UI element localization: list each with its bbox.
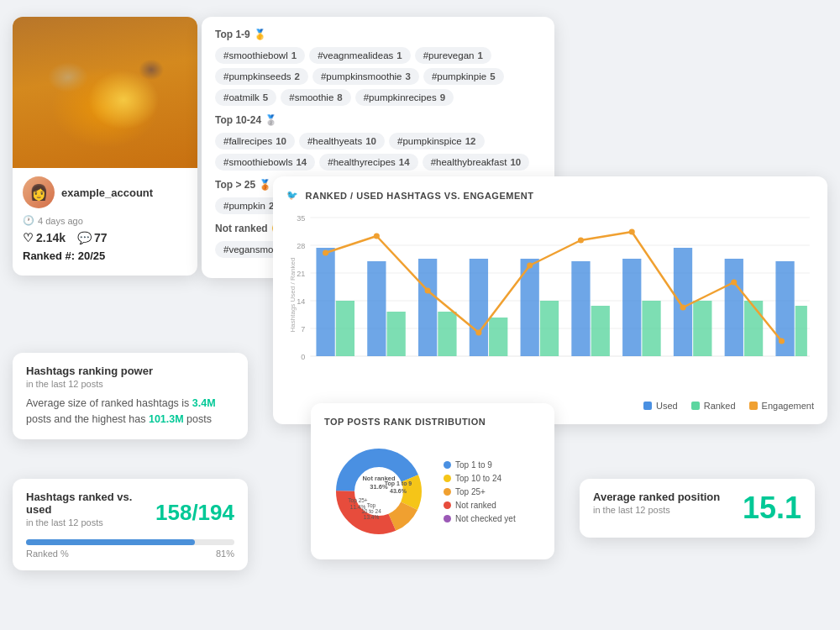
svg-point-37	[578, 238, 584, 244]
hashtag-tag: #healthybreakfast10	[423, 154, 530, 171]
progress-bar-fill	[26, 539, 195, 545]
svg-rect-29	[693, 301, 711, 356]
svg-text:35: 35	[297, 214, 305, 223]
svg-text:Hashtags Used / Ranked: Hashtags Used / Ranked	[289, 258, 297, 333]
svg-rect-13	[367, 261, 386, 356]
svg-text:Top 25+: Top 25+	[348, 497, 368, 504]
svg-rect-30	[744, 301, 763, 356]
ranked-subtitle: in the last 12 posts	[26, 517, 155, 528]
section2-label: Top 10-24 🥈	[215, 114, 541, 126]
hashtag-tag: #veagnmealideas1	[309, 47, 411, 64]
hashtag-tag: #pumpkinspice12	[389, 133, 485, 150]
svg-rect-22	[336, 301, 354, 356]
legend-engagement: Engagement	[749, 401, 814, 411]
donut-legend: Top 1 to 9 Top 10 to 24 Top 25+ Not rank…	[444, 460, 516, 523]
donut-title: TOP POSTS RANK DISTRIBUTION	[324, 417, 541, 427]
tags-row-1: #smoothiebowl1#veagnmealideas1#purevegan…	[215, 47, 541, 106]
donut-legend-item: Top 1 to 9	[444, 460, 516, 470]
svg-rect-21	[775, 261, 794, 356]
svg-text:28: 28	[297, 242, 305, 250]
hashtag-tag: #pumpkinrecipes9	[355, 89, 454, 106]
avg-title: Average ranked position	[593, 491, 720, 503]
hashtag-tag: #fallrecipes10	[215, 133, 295, 150]
donut-legend-item: Not checked yet	[444, 514, 516, 523]
ranked-value: 158/194	[155, 500, 234, 526]
svg-rect-19	[674, 248, 692, 356]
heart-icon: ♡	[23, 231, 34, 244]
hashtag-tag: #smoothiebowls14	[215, 154, 315, 171]
avg-card: Average ranked position in the last 12 p…	[580, 479, 815, 538]
ranked-card: Hashtags ranked vs. used in the last 12 …	[13, 479, 248, 570]
comment-icon: 💬	[77, 231, 92, 244]
svg-point-40	[731, 280, 737, 286]
chart-area: 35 28 21 14 7 0	[286, 211, 814, 396]
svg-point-41	[779, 339, 785, 344]
svg-rect-15	[470, 259, 488, 356]
post-time: 🕐 4 days ago	[23, 215, 187, 226]
svg-rect-24	[438, 312, 456, 356]
account-name: example_account	[61, 186, 153, 199]
svg-rect-20	[725, 259, 743, 356]
progress-bar-bg	[26, 539, 234, 545]
clock-icon: 🕐	[23, 215, 34, 226]
svg-rect-17	[571, 261, 590, 356]
donut-area: Not ranked 31.6% Top 25+ 11.4% Top 10 to…	[324, 437, 541, 546]
svg-text:7: 7	[301, 325, 305, 333]
svg-point-32	[323, 250, 328, 256]
chart-card: 🐦 RANKED / USED HASHTAGS VS. ENGAGEMENT …	[273, 176, 827, 424]
hashtag-tag: #healthyrecipes14	[319, 154, 417, 171]
progress-labels: Ranked % 81%	[26, 549, 234, 559]
avg-value: 15.1	[743, 491, 801, 526]
svg-point-35	[475, 330, 481, 336]
svg-text:10 to 24: 10 to 24	[361, 508, 381, 514]
hashtag-tag: #purevegan1	[415, 47, 491, 64]
svg-rect-27	[591, 306, 610, 356]
svg-rect-28	[642, 301, 660, 356]
svg-rect-31	[795, 306, 807, 356]
power-subtitle: in the last 12 posts	[26, 379, 234, 389]
donut-card: TOP POSTS RANK DISTRIBUTION Not ranked 3…	[311, 403, 554, 559]
donut-legend-item: Not ranked	[444, 501, 516, 510]
svg-point-33	[374, 234, 380, 239]
svg-text:0: 0	[301, 353, 305, 361]
hashtag-tag: #smoothiebowl1	[215, 47, 305, 64]
hashtag-tag: #pumpkinseeds2	[215, 68, 308, 85]
svg-text:13.4%: 13.4%	[364, 514, 380, 520]
post-stats: ♡ 2.14k 💬 77	[23, 231, 187, 244]
svg-point-36	[527, 263, 533, 269]
donut-legend-item: Top 25+	[444, 487, 516, 496]
hashtag-tag: #smoothie8	[281, 89, 350, 106]
svg-text:43.6%: 43.6%	[390, 488, 407, 494]
svg-rect-25	[489, 318, 507, 356]
ranked-title: Hashtags ranked vs. used	[26, 491, 155, 516]
power-text: Average size of ranked hashtags is 3.4M …	[26, 396, 234, 428]
chart-svg: 35 28 21 14 7 0	[286, 211, 814, 396]
svg-rect-18	[622, 259, 641, 356]
hashtag-tag: #oatmilk5	[215, 89, 276, 106]
tags-row-2: #fallrecipes10#healthyeats10#pumpkinspic…	[215, 133, 541, 171]
svg-rect-26	[540, 301, 559, 356]
power-card: Hashtags ranking power in the last 12 po…	[13, 353, 248, 439]
svg-point-39	[680, 305, 685, 311]
power-title: Hashtags ranking power	[26, 365, 234, 377]
avg-subtitle: in the last 12 posts	[593, 505, 720, 515]
post-ranked: Ranked #: 20/25	[23, 249, 187, 262]
svg-point-34	[425, 288, 431, 294]
legend-used: Used	[643, 401, 678, 411]
svg-rect-14	[418, 259, 437, 356]
svg-text:Top 1 to 9: Top 1 to 9	[385, 480, 412, 487]
post-image	[13, 17, 197, 168]
svg-point-38	[629, 229, 635, 235]
chart-title: 🐦 RANKED / USED HASHTAGS VS. ENGAGEMENT	[286, 190, 814, 201]
hashtag-tag: #pumpkinpie5	[423, 68, 504, 85]
ranked-color	[691, 402, 700, 410]
engagement-color	[749, 402, 758, 410]
post-card: 👩 example_account 🕐 4 days ago ♡ 2.14k 💬…	[13, 17, 197, 276]
svg-text:21: 21	[297, 270, 305, 278]
svg-rect-12	[316, 248, 334, 356]
donut-svg: Not ranked 31.6% Top 25+ 11.4% Top 10 to…	[324, 437, 433, 546]
avatar: 👩	[23, 176, 55, 208]
hashtag-tag: #pumpkinsmoothie3	[312, 68, 419, 85]
section1-label: Top 1-9 🥇	[215, 29, 541, 40]
donut-legend-item: Top 10 to 24	[444, 474, 516, 483]
